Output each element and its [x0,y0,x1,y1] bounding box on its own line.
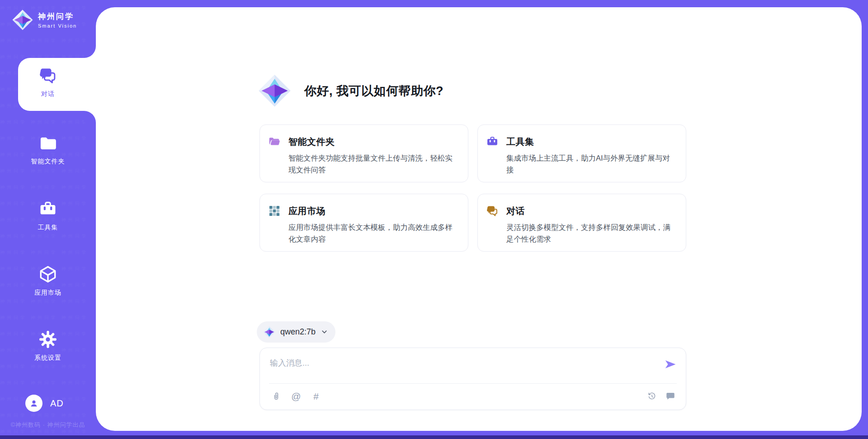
sidebar-item-chat[interactable]: 对话 [3,66,93,98]
paperclip-icon [271,391,281,401]
card-app-market[interactable]: 应用市场 应用市场提供丰富长文本模板，助力高效生成多样化文章内容 [259,194,468,252]
tab-flare-top [84,46,96,58]
model-selector[interactable]: qwen2:7b [257,321,335,343]
sidebar-item-label: 应用市场 [3,289,93,297]
card-header: 智能文件夹 [268,135,468,148]
gear-icon [38,330,57,349]
hash-icon: # [313,391,319,401]
card-chat[interactable]: 对话 灵活切换多模型文件，支持多样回复效果调试，满足个性化需求 [477,194,686,252]
greeting: 你好, 我可以如何帮助你? [258,74,443,108]
toolbox-icon [486,135,499,148]
brand-diamond-icon [263,326,275,338]
brand-diamond-icon [258,74,292,108]
bottom-window-strip [0,435,868,439]
attach-file-button[interactable] [271,391,282,401]
cube-icon [38,265,57,284]
sidebar-item-settings[interactable]: 系统设置 [3,330,93,362]
user-name: AD [50,398,64,409]
sidebar-item-label: 智能文件夹 [3,157,93,166]
sidebar-item-toolset[interactable]: 工具集 [3,200,93,232]
sidebar-item-label: 对话 [3,90,93,98]
card-description: 灵活切换多模型文件，支持多样回复效果调试，满足个性化需求 [506,221,675,245]
chat-bubbles-icon [486,205,499,217]
sidebar-item-label: 工具集 [3,224,93,232]
composer-right-tools [646,391,676,401]
feature-cards: 智能文件夹 智能文件夹功能支持批量文件上传与清洗，轻松实现文件问答 工具集 集成… [259,124,686,252]
card-title: 工具集 [506,136,534,148]
sidebar-item-label: 系统设置 [3,354,93,362]
model-name: qwen2:7b [280,327,316,337]
brand-subtitle: Smart Vision [38,23,77,29]
history-button[interactable] [646,391,657,401]
greeting-title: 你好, 我可以如何帮助你? [304,83,443,99]
sidebar-item-app-market[interactable]: 应用市场 [3,265,93,297]
card-description: 智能文件夹功能支持批量文件上传与清洗，轻松实现文件问答 [288,152,457,176]
message-input[interactable] [270,354,650,372]
content-column: 你好, 我可以如何帮助你? 智能文件夹 智能文件夹功能支持批量文件上传与清洗，轻… [259,7,686,431]
copyright-text: ©神州数码 · 神州问学出品 [0,421,96,429]
card-header: 工具集 [486,135,686,148]
brand-diamond-icon [12,9,33,31]
card-header: 应用市场 [268,205,468,217]
card-toolset[interactable]: 工具集 集成市场上主流工具，助力AI与外界无缝扩展与对接 [477,124,686,182]
send-icon [664,358,677,371]
card-title: 应用市场 [288,205,326,217]
history-icon [647,391,657,401]
user-account[interactable]: AD [25,395,64,412]
card-title: 智能文件夹 [288,136,335,148]
toolbox-icon [38,200,57,219]
folder-open-icon [268,135,281,148]
chat-bubble-icon [665,391,675,401]
tab-flare-bottom [84,111,96,123]
sidebar-item-smart-folder[interactable]: 智能文件夹 [3,134,93,166]
composer-toolbar: @ # [271,391,676,401]
topic-button[interactable]: # [311,391,321,401]
send-button[interactable] [664,358,677,371]
grid-icon [268,205,281,217]
conversation-button[interactable] [665,391,676,401]
chevron-down-icon [321,328,328,336]
mention-button[interactable]: @ [291,391,302,401]
card-description: 集成市场上主流工具，助力AI与外界无缝扩展与对接 [506,152,675,176]
card-description: 应用市场提供丰富长文本模板，助力高效生成多样化文章内容 [288,221,457,245]
card-smart-folder[interactable]: 智能文件夹 智能文件夹功能支持批量文件上传与清洗，轻松实现文件问答 [259,124,468,182]
main-panel: 你好, 我可以如何帮助你? 智能文件夹 智能文件夹功能支持批量文件上传与清洗，轻… [96,7,862,431]
at-icon: @ [291,391,301,401]
avatar [25,395,42,412]
brand-logo: 神州问学 Smart Vision [12,9,77,31]
composer-divider [269,383,677,384]
card-header: 对话 [486,205,686,217]
message-composer: @ # [259,348,686,410]
folder-icon [38,134,57,153]
sidebar: 神州问学 神州问学 神州问学 神州问学 神州问学 神州问学 神州问学 神州问学 … [0,0,96,439]
brand-name: 神州问学 [38,11,77,22]
composer-left-tools: @ # [271,391,321,401]
person-icon [28,398,39,409]
card-title: 对话 [506,205,525,217]
chat-bubbles-icon [38,66,57,85]
